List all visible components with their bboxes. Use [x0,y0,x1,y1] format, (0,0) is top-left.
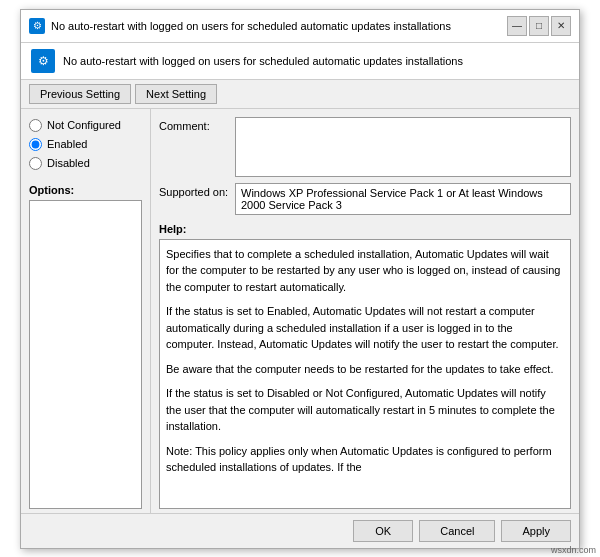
right-column: Comment: Supported on: Windows XP Profes… [151,109,579,513]
disabled-radio[interactable] [29,157,42,170]
help-para-2: If the status is set to Enabled, Automat… [166,303,564,353]
main-window: ⚙ No auto-restart with logged on users f… [20,9,580,549]
header-title: No auto-restart with logged on users for… [63,55,463,67]
header-banner: ⚙ No auto-restart with logged on users f… [21,43,579,80]
not-configured-label: Not Configured [47,119,121,131]
help-section: Help: Specifies that to complete a sched… [151,219,579,513]
left-column: Not Configured Enabled Disabled Options: [21,109,151,513]
comment-label: Comment: [159,117,229,132]
title-bar: ⚙ No auto-restart with logged on users f… [21,10,579,43]
footer: OK Cancel Apply [21,513,579,548]
enabled-option[interactable]: Enabled [29,138,142,151]
next-setting-button[interactable]: Next Setting [135,84,217,104]
help-para-1: Specifies that to complete a scheduled i… [166,246,564,296]
help-para-3: Be aware that the computer needs to be r… [166,361,564,378]
help-para-4: If the status is set to Disabled or Not … [166,385,564,435]
minimize-button[interactable]: — [507,16,527,36]
comment-row: Comment: [159,117,571,177]
not-configured-radio[interactable] [29,119,42,132]
fields-area: Comment: Supported on: Windows XP Profes… [151,109,579,219]
supported-value-box: Windows XP Professional Service Pack 1 o… [235,183,571,215]
enabled-label: Enabled [47,138,87,150]
radio-group: Not Configured Enabled Disabled [21,109,150,180]
options-box [29,200,142,509]
apply-button[interactable]: Apply [501,520,571,542]
watermark: wsxdn.com [551,545,596,555]
comment-input[interactable] [235,117,571,177]
content-area: Not Configured Enabled Disabled Options: [21,109,579,513]
supported-value: Windows XP Professional Service Pack 1 o… [241,187,565,211]
title-controls: — □ ✕ [507,16,571,36]
ok-button[interactable]: OK [353,520,413,542]
disabled-option[interactable]: Disabled [29,157,142,170]
enabled-radio[interactable] [29,138,42,151]
previous-setting-button[interactable]: Previous Setting [29,84,131,104]
window-title: No auto-restart with logged on users for… [51,20,451,32]
close-button[interactable]: ✕ [551,16,571,36]
title-bar-left: ⚙ No auto-restart with logged on users f… [29,18,451,34]
maximize-button[interactable]: □ [529,16,549,36]
help-label: Help: [159,223,571,235]
options-section: Options: [21,180,150,513]
supported-row: Supported on: Windows XP Professional Se… [159,183,571,215]
header-icon: ⚙ [31,49,55,73]
help-text-box[interactable]: Specifies that to complete a scheduled i… [159,239,571,509]
options-label: Options: [29,184,142,196]
cancel-button[interactable]: Cancel [419,520,495,542]
disabled-label: Disabled [47,157,90,169]
toolbar: Previous Setting Next Setting [21,80,579,109]
not-configured-option[interactable]: Not Configured [29,119,142,132]
window-icon: ⚙ [29,18,45,34]
supported-label: Supported on: [159,183,229,198]
help-para-5: Note: This policy applies only when Auto… [166,443,564,476]
